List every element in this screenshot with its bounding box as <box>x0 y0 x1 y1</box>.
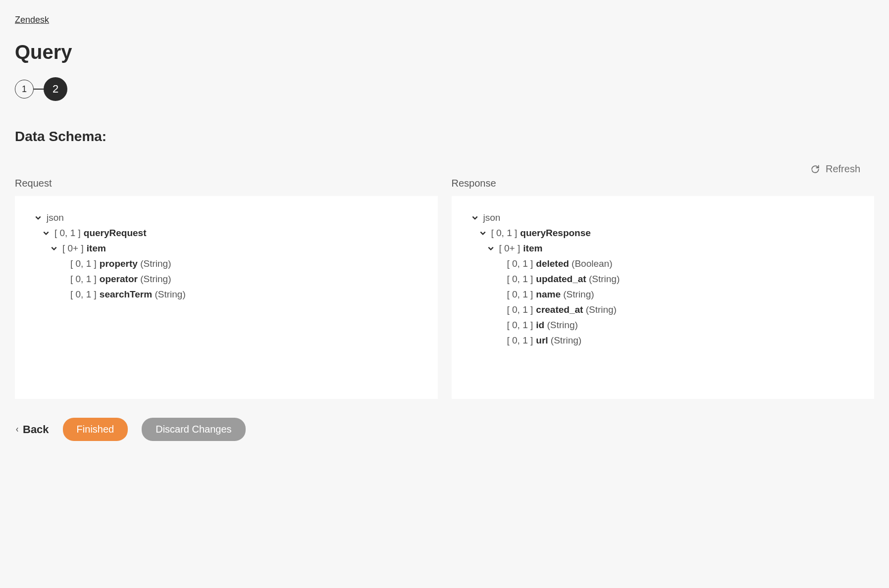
tree-field-name: url <box>536 336 548 345</box>
chevron-down-icon[interactable] <box>471 214 478 221</box>
tree-field-name: updated_at <box>536 274 586 284</box>
step-1[interactable]: 1 <box>15 80 34 98</box>
tree-cardinality: [ 0, 1 ] <box>70 259 97 268</box>
tree-cardinality: [ 0, 1 ] <box>507 320 533 330</box>
response-tree-node[interactable]: [ 0, 1 ] queryResponse <box>466 225 859 241</box>
tree-field-type: (String) <box>561 290 594 299</box>
response-panel: json[ 0, 1 ] queryResponse[ 0+ ] item[ 0… <box>452 196 875 399</box>
stepper: 1 2 <box>15 77 874 101</box>
tree-field-type: (String) <box>548 336 582 345</box>
refresh-icon <box>811 165 820 174</box>
back-button[interactable]: Back <box>15 423 49 436</box>
tree-field-type: (String) <box>586 274 620 284</box>
tree-cardinality: [ 0, 1 ] <box>70 290 97 299</box>
discard-changes-button[interactable]: Discard Changes <box>142 418 245 441</box>
tree-cardinality: [ 0+ ] <box>499 244 521 253</box>
finished-button[interactable]: Finished <box>63 418 128 441</box>
chevron-down-icon[interactable] <box>479 230 486 237</box>
tree-cardinality: [ 0, 1 ] <box>507 290 533 299</box>
request-panel-label: Request <box>15 178 438 189</box>
request-tree-node: [ 0, 1 ] searchTerm (String) <box>29 287 422 302</box>
tree-cardinality: [ 0, 1 ] <box>507 259 533 268</box>
tree-node-label: json <box>483 213 501 222</box>
step-2[interactable]: 2 <box>44 77 67 101</box>
tree-cardinality: [ 0, 1 ] <box>70 274 97 284</box>
tree-cardinality: [ 0, 1 ] <box>507 336 533 345</box>
response-tree-node: [ 0, 1 ] url (String) <box>466 333 859 348</box>
request-tree-root[interactable]: json <box>29 210 422 225</box>
tree-cardinality: [ 0, 1 ] <box>507 305 533 314</box>
chevron-down-icon[interactable] <box>43 230 50 237</box>
response-tree-node: [ 0, 1 ] id (String) <box>466 317 859 333</box>
chevron-left-icon <box>15 427 20 432</box>
request-tree-node: [ 0, 1 ] operator (String) <box>29 271 422 287</box>
page-title: Query <box>15 41 874 63</box>
request-panel: json[ 0, 1 ] queryRequest[ 0+ ] item[ 0,… <box>15 196 438 399</box>
request-tree-node[interactable]: [ 0, 1 ] queryRequest <box>29 225 422 241</box>
tree-field-name: queryRequest <box>84 228 147 238</box>
response-tree-node: [ 0, 1 ] deleted (Boolean) <box>466 256 859 271</box>
response-tree-node: [ 0, 1 ] created_at (String) <box>466 302 859 317</box>
tree-cardinality: [ 0+ ] <box>62 244 84 253</box>
tree-field-type: (Boolean) <box>569 259 613 268</box>
tree-field-name: queryResponse <box>520 228 591 238</box>
response-tree-node: [ 0, 1 ] updated_at (String) <box>466 271 859 287</box>
tree-cardinality: [ 0, 1 ] <box>507 274 533 284</box>
tree-field-name: id <box>536 320 544 330</box>
tree-field-name: property <box>100 259 138 268</box>
response-tree-node[interactable]: [ 0+ ] item <box>466 241 859 256</box>
tree-cardinality: [ 0, 1 ] <box>54 228 81 238</box>
response-panel-label: Response <box>452 178 875 189</box>
tree-field-type: (String) <box>544 320 578 330</box>
tree-field-name: item <box>523 244 542 253</box>
tree-field-name: name <box>536 290 561 299</box>
chevron-down-icon[interactable] <box>487 245 494 252</box>
breadcrumb-link[interactable]: Zendesk <box>15 15 49 25</box>
tree-field-name: created_at <box>536 305 583 314</box>
tree-field-name: operator <box>100 274 138 284</box>
step-connector <box>34 89 44 90</box>
response-tree-node: [ 0, 1 ] name (String) <box>466 287 859 302</box>
tree-cardinality: [ 0, 1 ] <box>491 228 518 238</box>
chevron-down-icon[interactable] <box>51 245 57 252</box>
request-tree-node: [ 0, 1 ] property (String) <box>29 256 422 271</box>
tree-field-name: searchTerm <box>100 290 152 299</box>
back-label: Back <box>23 423 49 436</box>
tree-field-type: (String) <box>152 290 186 299</box>
tree-field-name: item <box>87 244 106 253</box>
tree-field-type: (String) <box>583 305 617 314</box>
refresh-label: Refresh <box>826 163 860 175</box>
tree-field-type: (String) <box>138 274 171 284</box>
refresh-button[interactable]: Refresh <box>15 163 874 175</box>
chevron-down-icon[interactable] <box>35 214 42 221</box>
response-tree-root[interactable]: json <box>466 210 859 225</box>
tree-node-label: json <box>47 213 64 222</box>
tree-field-type: (String) <box>138 259 171 268</box>
tree-field-name: deleted <box>536 259 569 268</box>
request-tree-node[interactable]: [ 0+ ] item <box>29 241 422 256</box>
schema-heading: Data Schema: <box>15 129 874 145</box>
